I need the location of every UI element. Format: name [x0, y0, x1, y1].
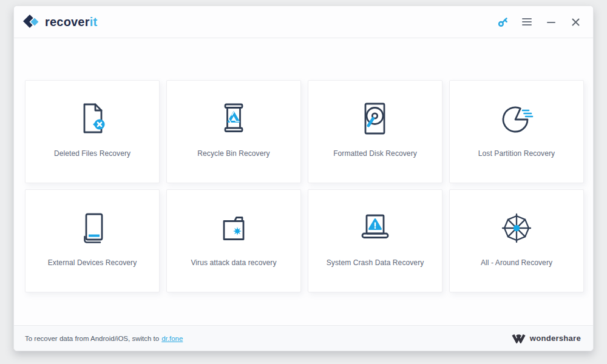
- card-label: Formatted Disk Recovery: [333, 149, 417, 158]
- titlebar: recoverit: [14, 6, 593, 38]
- lost-partition-icon: [497, 99, 536, 138]
- app-window: recoverit: [13, 5, 594, 351]
- wondershare-label: wondershare: [530, 334, 581, 343]
- deleted-file-icon: [73, 99, 112, 138]
- virus-starburst: [233, 227, 242, 235]
- wondershare-brand: wondershare: [512, 334, 581, 343]
- card-system-crash-recovery[interactable]: System Crash Data Recovery: [308, 189, 443, 292]
- crashed-laptop-icon: [356, 209, 395, 248]
- card-external-devices-recovery[interactable]: External Devices Recovery: [25, 189, 160, 292]
- card-label: Lost Partition Recovery: [478, 149, 555, 158]
- card-label: Virus attack data recovery: [191, 258, 276, 267]
- card-label: External Devices Recovery: [48, 258, 137, 267]
- formatted-disk-icon: [356, 99, 395, 138]
- external-device-icon: [73, 209, 112, 248]
- card-label: System Crash Data Recovery: [327, 258, 424, 267]
- card-label: All - Around Recovery: [481, 258, 552, 267]
- card-deleted-files-recovery[interactable]: Deleted Files Recovery: [25, 80, 160, 183]
- drfone-link[interactable]: dr.fone: [161, 335, 183, 342]
- key-icon[interactable]: [495, 14, 510, 30]
- footer: To recover data from Android/iOS, switch…: [14, 325, 593, 351]
- app-logo: recoverit: [23, 14, 97, 30]
- titlebar-actions: [495, 14, 583, 30]
- recoverit-logo-icon: [23, 14, 39, 30]
- app-title: recoverit: [45, 15, 97, 29]
- all-around-icon: [497, 209, 536, 248]
- card-virus-attack-recovery[interactable]: Virus attack data recovery: [166, 189, 301, 292]
- virus-folder-icon: [214, 209, 253, 248]
- wondershare-logo-icon: [512, 334, 526, 343]
- card-all-around-recovery[interactable]: All - Around Recovery: [449, 189, 584, 292]
- main-area: Deleted Files Recovery: [14, 38, 593, 325]
- card-recycle-bin-recovery[interactable]: Recycle Bin Recovery: [166, 80, 301, 183]
- footer-text: To recover data from Android/iOS, switch…: [25, 335, 159, 342]
- recovery-modes-grid: Deleted Files Recovery: [25, 80, 584, 292]
- card-label: Deleted Files Recovery: [54, 149, 131, 158]
- minimize-icon[interactable]: [543, 14, 559, 30]
- card-lost-partition-recovery[interactable]: Lost Partition Recovery: [449, 80, 584, 183]
- menu-icon[interactable]: [519, 14, 535, 30]
- card-label: Recycle Bin Recovery: [197, 149, 270, 158]
- close-icon[interactable]: [568, 14, 583, 30]
- card-formatted-disk-recovery[interactable]: Formatted Disk Recovery: [308, 80, 443, 183]
- recycle-bin-icon: [214, 99, 253, 138]
